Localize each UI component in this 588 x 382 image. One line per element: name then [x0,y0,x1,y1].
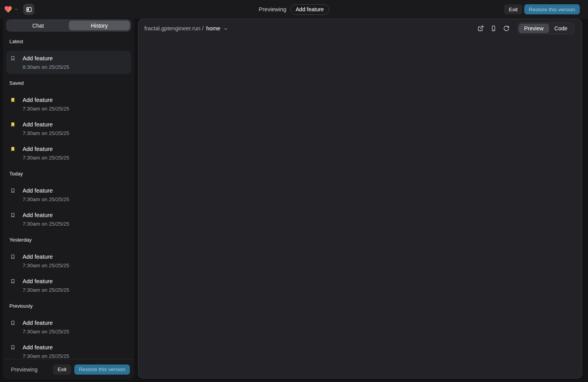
bookmark-icon [10,254,16,259]
version-badge[interactable]: Add feature [290,4,329,15]
url-host: fractal.gptengineer.run / [144,25,203,32]
item-title: Add feature [23,212,53,218]
history-item[interactable]: Add feature 7:30am on 25/25/25 [6,319,131,335]
bookmark-icon [10,345,16,350]
item-time: 7:30am on 25/25/25 [23,196,131,203]
topbar: Previewing Add feature Exit Restore this… [0,0,588,19]
bookmark-icon [10,188,16,193]
panel-left-icon [26,6,32,13]
item-time: 7:30am on 25/25/25 [23,106,131,112]
sidebar-tab-switcher: Chat History [6,19,131,32]
topbar-status: Previewing Add feature [259,0,329,19]
url-bar[interactable]: fractal.gptengineer.run / home [144,25,228,32]
history-sidebar: Chat History Latest Add feature 8:30am o… [3,19,134,379]
section-heading: Latest [9,39,131,45]
history-item[interactable]: Add feature 7:30am on 25/25/25 [6,96,131,112]
section-heading: Today [9,171,131,177]
tab-history[interactable]: History [69,21,130,30]
external-link-icon [478,25,484,32]
history-item[interactable]: Add feature 7:30am on 25/25/25 [6,187,131,203]
bookmark-icon [10,320,16,326]
item-time: 7:30am on 25/25/25 [23,353,131,359]
item-title: Add feature [23,278,53,284]
heart-logo-icon[interactable] [4,5,12,14]
item-time: 7:30am on 25/25/25 [23,287,131,293]
exit-button[interactable]: Exit [504,4,522,14]
bookmark-filled-icon [10,146,16,152]
footer-previewing-label: Previewing [11,366,37,373]
footer-exit-button[interactable]: Exit [53,364,71,375]
item-title: Add feature [23,121,53,128]
restore-version-button[interactable]: Restore this version [524,4,580,14]
section-heading: Saved [9,80,131,86]
item-title: Add feature [23,253,53,260]
item-time: 7:30am on 25/25/25 [23,155,131,161]
previewing-label: Previewing [259,6,286,12]
sidebar-toggle-button[interactable] [23,4,34,15]
section-heading: Yesterday [9,237,131,243]
bookmark-filled-icon [10,97,16,103]
bookmark-filled-icon [10,122,16,127]
history-item[interactable]: Add feature 7:30am on 25/25/25 [6,212,131,227]
chevron-down-icon[interactable] [14,7,19,12]
bookmark-icon [10,56,16,61]
history-item[interactable]: Add feature 7:30am on 25/25/25 [6,278,131,293]
footer-restore-button[interactable]: Restore this version [74,364,130,375]
item-time: 7:30am on 25/25/25 [23,263,131,269]
item-time: 7:30am on 25/25/25 [23,130,131,137]
preview-header: fractal.gptengineer.run / home [138,19,582,38]
tab-code[interactable]: Code [549,24,573,33]
item-time: 7:30am on 25/25/25 [23,329,131,335]
view-mode-switcher: Preview Code [518,23,574,34]
refresh-icon [503,25,509,32]
bookmark-icon [10,279,16,284]
section-heading: Previously [9,303,131,309]
preview-panel: fractal.gptengineer.run / home [138,19,582,378]
refresh-button[interactable] [502,24,511,33]
history-item[interactable]: Add feature 7:30am on 25/25/25 [6,121,131,137]
item-title: Add feature [23,145,53,152]
history-item[interactable]: Add feature 8:30am on 25/25/25 [6,51,131,74]
sidebar-footer: Previewing Exit Restore this version [3,359,134,379]
item-time: 8:30am on 25/25/25 [23,64,127,70]
bookmark-icon [10,212,16,218]
history-item[interactable]: Add feature 7:30am on 25/25/25 [6,253,131,269]
open-external-button[interactable] [476,24,486,33]
smartphone-icon [490,25,497,32]
item-title: Add feature [23,319,53,326]
item-time: 7:30am on 25/25/25 [23,221,131,227]
preview-controls: Preview Code [476,23,574,34]
item-title: Add feature [23,96,53,103]
history-list: Latest Add feature 8:30am on 25/25/25 Sa… [3,35,134,359]
tab-chat[interactable]: Chat [7,21,69,30]
logo-group [4,0,34,19]
tab-preview[interactable]: Preview [519,24,549,33]
item-title: Add feature [23,344,53,350]
history-item[interactable]: Add feature 7:30am on 25/25/25 [6,145,131,161]
item-title: Add feature [23,55,53,61]
url-page: home [206,25,220,32]
preview-content[interactable] [138,38,582,378]
history-item[interactable]: Add feature 7:30am on 25/25/25 [6,344,131,359]
chevron-down-icon [223,26,228,32]
mobile-preview-button[interactable] [489,24,499,33]
item-title: Add feature [23,187,53,194]
